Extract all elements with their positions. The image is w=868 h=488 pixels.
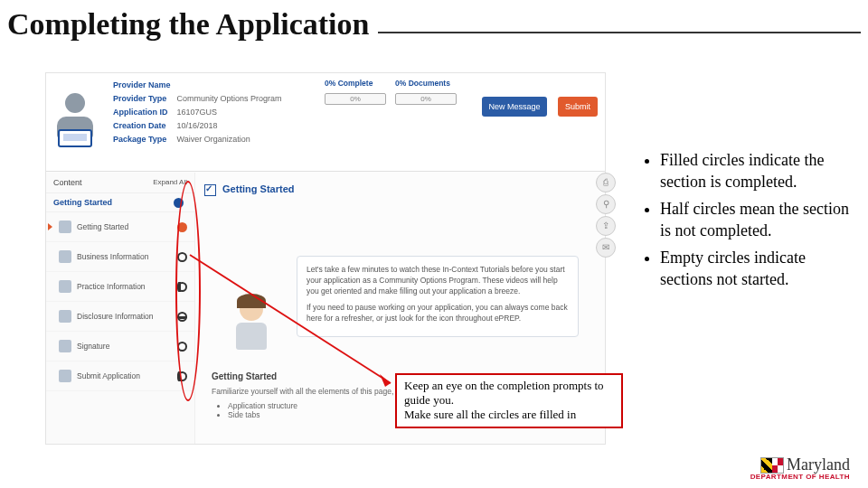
sidebar-item-signature[interactable]: Signature bbox=[46, 332, 194, 361]
legend-bullet-half: Half circles mean the section is not com… bbox=[660, 198, 854, 241]
tutor-avatar-icon bbox=[226, 297, 277, 359]
sidebar-item-label: Business Information bbox=[77, 252, 177, 261]
annotation-callout: Keep an eye on the completion prompts to… bbox=[395, 373, 623, 428]
callout-line-2: Make sure all the circles are filled in bbox=[404, 408, 614, 422]
sidebar-item-label: Submit Application bbox=[77, 371, 177, 380]
slide-title: Completing the Application bbox=[7, 7, 369, 42]
logo-text: Maryland bbox=[787, 455, 850, 474]
meta-pkg-k: Package Type bbox=[113, 133, 175, 146]
status-circle-half-icon bbox=[177, 371, 187, 381]
maryland-flag-icon bbox=[760, 457, 784, 474]
page-icon bbox=[59, 221, 71, 233]
check-icon bbox=[204, 184, 216, 196]
progress-complete-bar: 0% bbox=[325, 93, 386, 105]
title-rule bbox=[378, 32, 861, 33]
sidebar: Content Expand All Getting Started Getti… bbox=[46, 173, 195, 444]
pen-icon bbox=[59, 340, 71, 352]
submit-button[interactable]: Submit bbox=[558, 97, 598, 117]
meta-provider-type-v: Community Options Program bbox=[177, 94, 282, 103]
meta-provider-type-k: Provider Type bbox=[113, 92, 175, 106]
send-icon bbox=[59, 370, 71, 382]
expand-all-button[interactable]: Expand All bbox=[153, 178, 187, 187]
status-circle-half-icon bbox=[177, 282, 187, 292]
provider-avatar bbox=[52, 93, 99, 151]
circle-icon bbox=[174, 198, 184, 208]
callout-line-1: Keep an eye on the completion prompts to… bbox=[404, 379, 614, 408]
app-header: Provider Name Provider Type Community Op… bbox=[46, 73, 605, 172]
meta-provider-name-k: Provider Name bbox=[113, 79, 175, 92]
sidebar-item-business[interactable]: Business Information bbox=[46, 242, 194, 272]
meta-pkg-v: Waiver Organization bbox=[177, 135, 250, 144]
status-circle-half-icon bbox=[177, 312, 187, 322]
status-circle-empty-icon bbox=[177, 252, 187, 262]
slide-title-row: Completing the Application bbox=[7, 7, 861, 42]
legend: Filled circles indicate the section is c… bbox=[646, 149, 854, 296]
sidebar-item-practice[interactable]: Practice Information bbox=[46, 272, 194, 302]
sidebar-item-label: Signature bbox=[77, 342, 177, 351]
progress-docs-bar: 0% bbox=[395, 93, 457, 105]
legend-bullet-filled: Filled circles indicate the section is c… bbox=[660, 149, 854, 192]
people-icon bbox=[59, 310, 71, 323]
status-circle-filled-icon bbox=[177, 222, 187, 232]
sidebar-title: Content bbox=[53, 178, 82, 187]
provider-meta: Provider Name Provider Type Community Op… bbox=[113, 79, 282, 146]
share-icon[interactable]: ⇪ bbox=[596, 216, 616, 236]
main-heading: Getting Started bbox=[204, 183, 596, 196]
building-icon bbox=[59, 250, 71, 263]
sidebar-item-label: Getting Started bbox=[77, 222, 177, 231]
meta-created-v: 10/16/2018 bbox=[177, 121, 218, 130]
meta-created-k: Creation Date bbox=[113, 119, 175, 133]
progress-docs-label: 0% Documents bbox=[395, 79, 531, 88]
action-icon-stack: ⎙ ⚲ ⇪ ✉ bbox=[596, 173, 614, 259]
sidebar-section-head: Getting Started bbox=[46, 193, 194, 212]
sidebar-header: Content Expand All bbox=[46, 173, 194, 193]
maryland-doh-logo: Maryland DEPARTMENT OF HEALTH bbox=[705, 455, 850, 481]
logo-subtext: DEPARTMENT OF HEALTH bbox=[705, 473, 850, 481]
sidebar-item-label: Disclosure Information bbox=[77, 312, 177, 321]
sidebar-item-label: Practice Information bbox=[77, 282, 177, 291]
print-icon[interactable]: ⎙ bbox=[596, 173, 616, 192]
tutorial-text-2: If you need to pause working on your app… bbox=[307, 302, 569, 324]
sidebar-item-disclosure[interactable]: Disclosure Information bbox=[46, 302, 194, 332]
mail-icon[interactable]: ✉ bbox=[596, 238, 616, 258]
tutorial-text-1: Let's take a few minutes to watch these … bbox=[307, 264, 569, 296]
legend-bullet-empty: Empty circles indicate sections not star… bbox=[660, 247, 854, 290]
status-circle-empty-icon bbox=[177, 342, 187, 352]
meta-app-id-k: Application ID bbox=[113, 106, 175, 119]
clipboard-icon bbox=[59, 280, 71, 293]
sidebar-item-submit[interactable]: Submit Application bbox=[46, 361, 194, 391]
new-message-button[interactable]: New Message bbox=[482, 97, 547, 117]
tutorial-callout: Let's take a few minutes to watch these … bbox=[297, 256, 579, 337]
link-icon[interactable]: ⚲ bbox=[596, 194, 616, 214]
meta-app-id-v: 16107GUS bbox=[177, 108, 218, 117]
sidebar-item-getting-started[interactable]: Getting Started bbox=[46, 212, 194, 242]
